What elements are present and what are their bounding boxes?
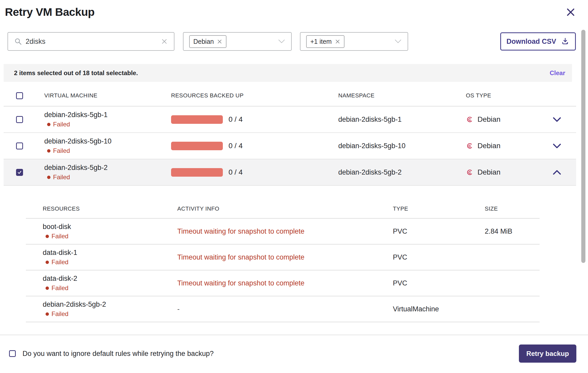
chip-remove-icon[interactable] xyxy=(217,39,222,44)
os-type-value: Debian xyxy=(477,115,501,124)
download-csv-button[interactable]: Download CSV xyxy=(500,32,576,51)
progress-bar xyxy=(171,142,223,150)
os-filter-dropdown[interactable]: Debian xyxy=(183,32,292,51)
expand-row-button[interactable] xyxy=(552,143,562,149)
vm-table: VIRTUAL MACHINE RESOURCES BACKED UP NAME… xyxy=(4,85,576,186)
col-resources-backed-up: RESOURCES BACKED UP xyxy=(171,92,338,99)
row-checkbox[interactable] xyxy=(16,116,23,123)
chip-remove-icon[interactable] xyxy=(335,39,340,44)
modal-header: Retry VM Backup xyxy=(0,0,588,19)
filter-chip-debian: Debian xyxy=(189,35,226,48)
selection-count-text: 2 items selected out of 18 total selecta… xyxy=(14,69,138,77)
resource-name: boot-disk xyxy=(43,223,177,231)
table-row: debian-2disks-5gb-2 Failed 0 / 4 debian-… xyxy=(4,159,576,186)
detail-header-row: RESOURCES ACTIVITY INFO TYPE SIZE xyxy=(26,199,540,219)
status-badge: Failed xyxy=(53,174,70,181)
collapse-row-button[interactable] xyxy=(552,170,562,175)
clear-search-icon[interactable] xyxy=(161,38,168,45)
status-badge: Failed xyxy=(52,259,68,266)
ignore-default-rules-checkbox[interactable] xyxy=(9,350,16,357)
clear-selection-link[interactable]: Clear xyxy=(550,69,565,77)
dropdown-caret-icon xyxy=(278,39,285,44)
detail-row: data-disk-1 Failed Timeout waiting for s… xyxy=(26,245,540,270)
status-badge: Failed xyxy=(52,310,68,318)
vm-name: debian-2disks-5gb-10 xyxy=(44,137,171,145)
row-checkbox[interactable] xyxy=(16,142,23,149)
expand-row-button[interactable] xyxy=(552,117,562,122)
download-csv-label: Download CSV xyxy=(506,38,556,46)
row-checkbox[interactable] xyxy=(16,169,23,176)
status-badge: Failed xyxy=(53,121,70,128)
vm-name: debian-2disks-5gb-2 xyxy=(44,164,171,172)
resource-size: 2.84 MiB xyxy=(485,227,540,235)
namespace-value: debian-2disks-5gb-2 xyxy=(338,168,466,176)
col-virtual-machine: VIRTUAL MACHINE xyxy=(44,92,171,99)
select-all-checkbox[interactable] xyxy=(16,92,23,99)
failed-dot-icon xyxy=(46,235,49,238)
ignore-default-rules-label: Do you want to ignore default rules whil… xyxy=(23,350,214,358)
progress-bar xyxy=(171,168,223,177)
modal-footer: Do you want to ignore default rules whil… xyxy=(0,335,588,363)
selection-bar: 2 items selected out of 18 total selecta… xyxy=(4,64,572,82)
filter-chip-label: Debian xyxy=(193,38,214,45)
col-type: TYPE xyxy=(393,205,485,212)
resource-type: PVC xyxy=(393,227,485,235)
resource-name: data-disk-1 xyxy=(43,249,177,257)
status-badge: Failed xyxy=(52,284,68,292)
progress-count: 0 / 4 xyxy=(229,142,242,150)
chevron-down-icon xyxy=(552,143,562,149)
col-resources: RESOURCES xyxy=(26,205,177,212)
status-badge: Failed xyxy=(52,233,68,240)
detail-row: debian-2disks-5gb-2 Failed - VirtualMach… xyxy=(26,296,540,322)
page-title: Retry VM Backup xyxy=(5,5,94,19)
filter-chip-label: +1 item xyxy=(310,38,332,45)
debian-icon xyxy=(466,142,474,150)
retry-backup-button[interactable]: Retry backup xyxy=(519,345,576,363)
failed-dot-icon xyxy=(47,149,50,153)
failed-dot-icon xyxy=(46,286,49,290)
col-size: SIZE xyxy=(485,205,540,212)
table-row: debian-2disks-5gb-10 Failed 0 / 4 debian… xyxy=(4,133,576,159)
resource-type: PVC xyxy=(393,253,485,261)
namespace-filter-dropdown[interactable]: +1 item xyxy=(300,32,408,51)
table-row: debian-2disks-5gb-1 Failed 0 / 4 debian-… xyxy=(4,106,576,133)
activity-info: Timeout waiting for snapshot to complete xyxy=(177,279,393,287)
activity-info: Timeout waiting for snapshot to complete xyxy=(177,227,393,235)
os-type-value: Debian xyxy=(477,142,501,150)
col-activity-info: ACTIVITY INFO xyxy=(177,205,393,212)
status-badge: Failed xyxy=(53,147,70,154)
namespace-value: debian-2disks-5gb-10 xyxy=(338,142,466,150)
vm-name: debian-2disks-5gb-1 xyxy=(44,111,171,119)
detail-row: data-disk-2 Failed Timeout waiting for s… xyxy=(26,270,540,296)
toolbar: Debian +1 item Download CSV xyxy=(8,32,576,51)
debian-icon xyxy=(466,168,474,176)
retry-vm-backup-modal: Retry VM Backup Debian xyxy=(0,0,588,363)
resource-name: debian-2disks-5gb-2 xyxy=(43,300,177,309)
resource-name: data-disk-2 xyxy=(43,275,177,283)
close-icon xyxy=(566,7,576,17)
col-namespace: NAMESPACE xyxy=(338,92,466,99)
chevron-up-icon xyxy=(552,170,562,175)
chevron-down-icon xyxy=(552,117,562,122)
debian-icon xyxy=(466,116,474,124)
progress-bar xyxy=(171,115,223,124)
close-button[interactable] xyxy=(566,7,576,17)
table-header-row: VIRTUAL MACHINE RESOURCES BACKED UP NAME… xyxy=(4,85,576,106)
resources-detail-table: RESOURCES ACTIVITY INFO TYPE SIZE boot-d… xyxy=(26,199,540,322)
search-input[interactable] xyxy=(26,38,161,46)
progress-count: 0 / 4 xyxy=(229,115,242,124)
activity-info: Timeout waiting for snapshot to complete xyxy=(177,253,393,261)
resource-type: PVC xyxy=(393,279,485,287)
os-type-value: Debian xyxy=(477,168,501,176)
failed-dot-icon xyxy=(47,123,50,126)
scrollbar-thumb[interactable] xyxy=(581,30,585,263)
search-icon xyxy=(14,38,22,45)
filter-chip-more: +1 item xyxy=(306,35,344,48)
failed-dot-icon xyxy=(47,176,50,179)
namespace-value: debian-2disks-5gb-1 xyxy=(338,116,466,124)
checkmark-icon xyxy=(17,170,22,175)
detail-row: boot-disk Failed Timeout waiting for sna… xyxy=(26,219,540,245)
failed-dot-icon xyxy=(46,312,49,316)
col-os-type: OS TYPE xyxy=(466,92,551,99)
search-box xyxy=(8,32,174,51)
